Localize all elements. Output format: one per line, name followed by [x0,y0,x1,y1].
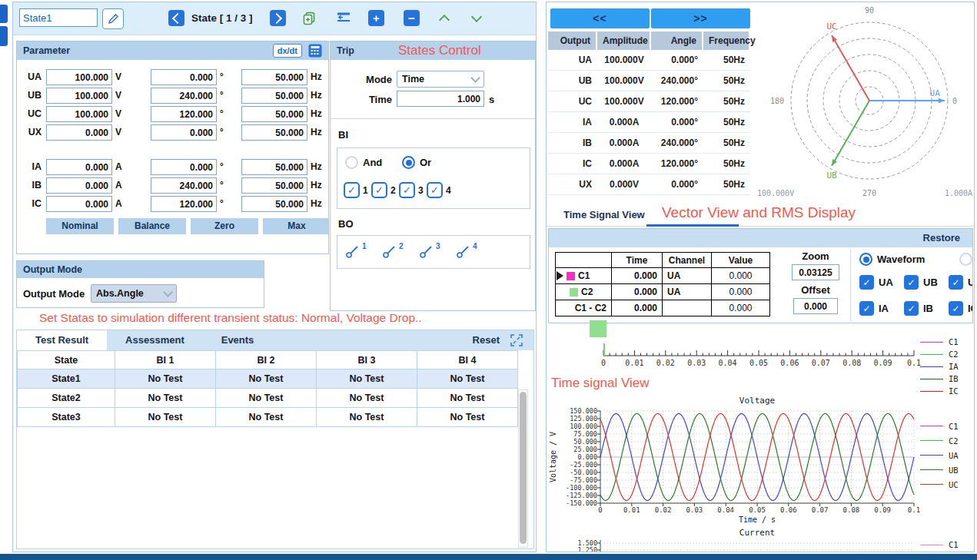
max-button[interactable]: Max [263,218,329,234]
expand-button[interactable] [510,334,523,346]
amplitude-unit: V [115,90,121,101]
add-state-button[interactable] [368,10,384,26]
tab-assessment[interactable]: Assessment [107,330,203,350]
voltage-checkbox-uc[interactable]: UC [949,275,973,290]
zero-button[interactable]: Zero [191,218,258,234]
output-row: IB0.000A240.000°50Hz [548,133,750,154]
bi-and-radio[interactable]: And [345,156,382,169]
ua-angle-input[interactable] [151,69,217,85]
scrollbar-thumb[interactable] [520,392,527,544]
nominal-button[interactable]: Nominal [46,218,114,234]
dxdt-button[interactable]: dx/dt [273,44,302,58]
svg-text:0.06: 0.06 [780,506,797,514]
prev-state-button[interactable] [168,10,184,26]
move-state-down-button[interactable] [470,12,484,25]
ic-angle-input[interactable] [151,196,217,212]
bi-checkbox-1[interactable]: 1 [344,182,368,198]
ux-amplitude-input[interactable] [46,124,112,141]
bo-output-3[interactable]: 3 [419,244,440,259]
bo-output-2[interactable]: 2 [382,244,404,259]
uc-amplitude-input[interactable] [46,106,112,122]
state-name-input[interactable] [19,8,98,27]
remove-state-button[interactable] [404,10,420,26]
page-next-button[interactable]: >> [651,8,750,28]
trip-time-input[interactable] [397,91,484,107]
next-state-button[interactable] [270,10,286,26]
copy-state-button[interactable] [301,9,317,26]
ux-frequency-input[interactable] [241,124,307,141]
second-view-radio[interactable] [959,253,972,266]
checked-checkbox-icon [371,182,387,198]
ub-angle-input[interactable] [151,88,217,104]
ib-frequency-input[interactable] [241,177,307,194]
time-ruler[interactable]: 00.010.020.030.040.050.060.070.080.090.1 [596,337,922,371]
svg-text:UC: UC [826,22,836,31]
ub-amplitude-input[interactable] [46,88,112,104]
ua-frequency-input[interactable] [241,69,307,85]
bo-output-4[interactable]: 4 [456,244,477,259]
ia-frequency-input[interactable] [241,159,307,175]
legend-item-ua: UA [920,448,959,462]
ub-frequency-input[interactable] [241,88,307,104]
uc-angle-input[interactable] [151,106,217,122]
legend-line [920,342,943,343]
restore-button[interactable]: Restore [923,229,960,247]
output-mode-select[interactable]: Abs.Angle [91,284,177,303]
waveform-radio[interactable]: Waveform [859,253,925,266]
calculator-button[interactable] [308,44,322,58]
ia-amplitude-input[interactable] [46,159,112,175]
results-scrollbar[interactable] [518,389,528,548]
legend-line [920,391,943,392]
output-cell: 50Hz [703,112,750,133]
results-cell: No Test [317,369,417,389]
voltage-checkbox-ua[interactable]: UA [859,275,893,290]
output-cell: 0.000° [651,174,703,195]
svg-text:-75.000: -75.000 [570,476,597,484]
svg-text:0.05: 0.05 [749,359,768,367]
ic-frequency-input[interactable] [241,196,307,212]
tab-events[interactable]: Events [203,330,273,350]
legend-line [920,379,943,379]
voltage-checkbox-ub[interactable]: UB [904,275,938,290]
legend-line [920,545,943,545]
current-checkbox-ic[interactable]: IC [949,301,973,316]
tab-test-result[interactable]: Test Result [17,330,107,350]
tab-time-signal-view[interactable]: Time Signal View [563,209,645,220]
ic-amplitude-input[interactable] [46,196,112,212]
results-cell: No Test [115,369,216,389]
legend-label: IA [949,362,959,371]
bi-or-radio[interactable]: Or [402,156,431,169]
ia-angle-input[interactable] [151,159,217,175]
legend-label: C2 [949,436,959,446]
move-state-up-button[interactable] [437,12,451,25]
chevron-down-icon [471,12,482,22]
time-cursor-handle[interactable] [590,320,606,337]
current-checkbox-ia[interactable]: IA [859,301,889,316]
bi-checkbox-2[interactable]: 2 [371,182,396,198]
reset-button[interactable]: Reset [473,330,500,350]
ux-angle-input[interactable] [151,124,217,141]
bi-checkbox-3[interactable]: 3 [399,182,424,198]
uc-frequency-input[interactable] [241,106,307,122]
balance-button[interactable]: Balance [118,218,186,234]
active-tab-underline [646,224,739,227]
ib-amplitude-input[interactable] [46,177,112,194]
table-row[interactable]: State2No TestNo TestNo TestNo Test [17,389,518,408]
ua-amplitude-input[interactable] [46,69,112,85]
parameter-row-ic: ICA°Hz [17,196,328,213]
insert-state-button[interactable] [334,9,353,26]
ib-angle-input[interactable] [151,177,217,194]
current-checkbox-ib[interactable]: IB [904,301,933,316]
rail-tab-2[interactable] [0,26,8,46]
checked-checkbox-icon [427,182,443,198]
bi-checkbox-4[interactable]: 4 [427,182,451,198]
page-prev-button[interactable]: << [550,8,650,28]
rail-tab-1[interactable] [0,5,8,23]
table-row[interactable]: State1No TestNo TestNo TestNo Test [17,369,518,389]
preset-buttons-row: NominalBalanceZeroMax [17,218,328,235]
table-row[interactable]: State3No TestNo TestNo TestNo Test [17,408,518,427]
edit-state-name-button[interactable] [102,8,124,29]
trip-panel: Trip States Control Mode Time Time s BI … [330,41,536,311]
trip-mode-select[interactable]: Time [397,71,484,88]
bo-output-1[interactable]: 1 [345,244,367,259]
